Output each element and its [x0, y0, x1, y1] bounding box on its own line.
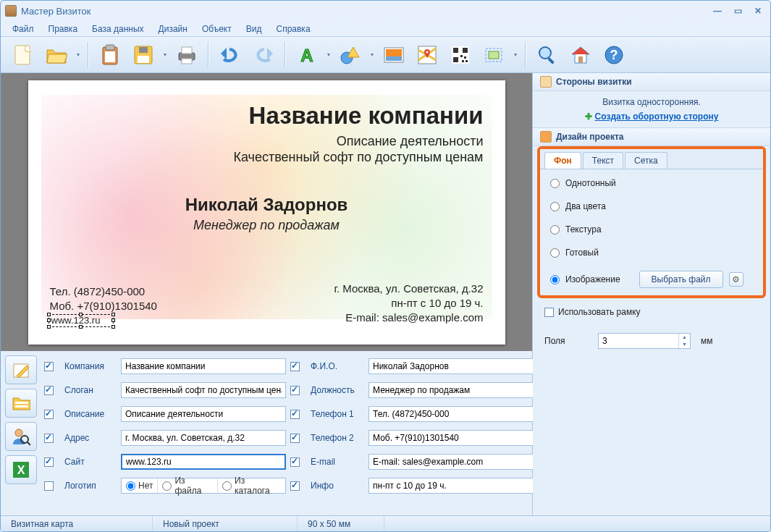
menu-help[interactable]: Справка — [270, 22, 316, 35]
slogan-checkbox[interactable] — [44, 386, 54, 395]
menu-object[interactable]: Объект — [196, 22, 237, 35]
paste-icon[interactable] — [95, 41, 125, 69]
company-input[interactable] — [121, 358, 286, 374]
svg-rect-20 — [453, 57, 458, 62]
close-button[interactable]: ✕ — [750, 5, 766, 17]
tel1-input[interactable] — [368, 406, 534, 422]
selection-box[interactable]: www.123.ru — [49, 314, 114, 327]
svg-rect-2 — [106, 45, 114, 50]
fio-checkbox[interactable] — [290, 362, 300, 371]
card-slogan[interactable]: Качественный софт по доступным ценам — [233, 150, 483, 165]
site-input[interactable] — [121, 454, 286, 470]
svg-rect-3 — [105, 51, 115, 62]
crop-dropdown[interactable]: ▾ — [512, 51, 519, 58]
card-canvas[interactable]: Название компании Описание деятельности … — [28, 80, 505, 345]
tab-text[interactable]: Текст — [583, 152, 623, 169]
text-icon[interactable]: A — [292, 41, 322, 69]
info-checkbox[interactable] — [290, 481, 300, 491]
status-dimensions: 90 x 50 мм — [298, 516, 384, 531]
fio-input[interactable] — [368, 358, 534, 374]
shape-dropdown[interactable]: ▾ — [368, 51, 376, 58]
card-company[interactable]: Название компании — [249, 102, 484, 130]
role-checkbox[interactable] — [290, 386, 300, 395]
email-checkbox[interactable] — [290, 457, 300, 467]
home-icon[interactable] — [565, 41, 596, 69]
print-icon[interactable] — [172, 41, 202, 69]
database-button[interactable] — [5, 389, 37, 418]
minimize-button[interactable]: — — [709, 5, 725, 17]
desc-input[interactable] — [121, 406, 286, 422]
card-bottom-right[interactable]: г. Москва, ул. Советская, д.32 пн-пт с 1… — [334, 282, 483, 326]
tab-grid[interactable]: Сетка — [625, 152, 667, 169]
card-description[interactable]: Описание деятельности — [337, 134, 484, 149]
bg-texture-radio[interactable] — [550, 225, 560, 235]
redo-icon[interactable] — [248, 41, 279, 69]
addr-checkbox[interactable] — [44, 434, 54, 443]
desc-label: Описание — [64, 409, 117, 419]
email-input[interactable] — [368, 454, 534, 470]
role-input[interactable] — [368, 382, 534, 398]
card-preview-area[interactable]: Название компании Описание деятельности … — [1, 73, 532, 351]
menu-database[interactable]: База данных — [86, 22, 149, 35]
margins-spinner[interactable]: ▲▼ — [598, 333, 691, 349]
excel-export-button[interactable]: X — [5, 455, 37, 484]
margins-input[interactable] — [599, 334, 678, 348]
crop-icon[interactable] — [479, 41, 509, 69]
map-icon[interactable] — [412, 41, 442, 69]
addr-input[interactable] — [121, 430, 286, 446]
design-panel-header[interactable]: Дизайн проекта — [533, 128, 770, 146]
menu-view[interactable]: Вид — [240, 22, 268, 35]
slogan-input[interactable] — [121, 382, 286, 398]
site-checkbox[interactable] — [44, 457, 54, 467]
logo-checkbox[interactable] — [44, 481, 54, 491]
logo-none-radio[interactable]: Нет — [122, 478, 158, 493]
info-input[interactable] — [368, 478, 534, 494]
tel1-checkbox[interactable] — [290, 410, 300, 419]
tel2-input[interactable] — [368, 430, 534, 446]
bg-solid-radio[interactable] — [550, 179, 560, 188]
bg-image-label: Изображение — [565, 274, 620, 284]
margins-up[interactable]: ▲ — [679, 334, 690, 341]
create-back-link[interactable]: ✚Создать оборотную сторону — [542, 111, 762, 122]
svg-rect-14 — [386, 56, 402, 61]
edit-mode-button[interactable] — [5, 355, 37, 384]
open-icon[interactable] — [41, 41, 72, 69]
company-checkbox[interactable] — [44, 362, 54, 371]
image-icon[interactable] — [379, 41, 409, 69]
logo-catalog-radio[interactable]: Из каталога — [218, 478, 285, 493]
margins-down[interactable]: ▼ — [679, 341, 690, 348]
menu-edit[interactable]: Правка — [43, 22, 84, 35]
new-icon[interactable] — [8, 41, 38, 69]
margins-label: Поля — [544, 336, 588, 346]
addr-label: Адрес — [64, 433, 117, 443]
logo-file-radio[interactable]: Из файла — [158, 478, 218, 493]
save-icon[interactable] — [128, 41, 159, 69]
svg-point-16 — [426, 51, 429, 53]
desc-checkbox[interactable] — [44, 410, 54, 419]
undo-icon[interactable] — [215, 41, 245, 69]
maximize-button[interactable]: ▭ — [730, 5, 746, 17]
save-dropdown[interactable]: ▾ — [161, 51, 169, 58]
menu-file[interactable]: Файл — [7, 22, 40, 35]
qr-icon[interactable] — [445, 41, 476, 69]
card-role[interactable]: Менеджер по продажам — [28, 218, 505, 233]
menu-design[interactable]: Дизайн — [153, 22, 193, 35]
svg-rect-26 — [489, 51, 499, 59]
svg-rect-24 — [465, 60, 468, 62]
card-name[interactable]: Николай Задорнов — [28, 195, 505, 215]
person-search-button[interactable] — [5, 422, 37, 451]
sides-panel-header[interactable]: Стороны визитки — [533, 73, 770, 91]
open-dropdown[interactable]: ▾ — [75, 51, 82, 58]
choose-file-button[interactable]: Выбрать файл — [639, 271, 723, 288]
bg-ready-radio[interactable] — [550, 248, 560, 258]
help-icon[interactable]: ? — [599, 41, 629, 69]
tab-background[interactable]: Фон — [544, 152, 581, 169]
shape-icon[interactable] — [335, 41, 366, 69]
use-frame-checkbox[interactable] — [544, 308, 554, 317]
bg-settings-button[interactable]: ⚙ — [729, 272, 743, 287]
bg-image-radio[interactable] — [550, 275, 560, 284]
bg-two-radio[interactable] — [550, 202, 560, 211]
zoom-icon[interactable] — [532, 41, 563, 69]
tel2-checkbox[interactable] — [290, 434, 300, 443]
text-dropdown[interactable]: ▾ — [325, 51, 332, 58]
